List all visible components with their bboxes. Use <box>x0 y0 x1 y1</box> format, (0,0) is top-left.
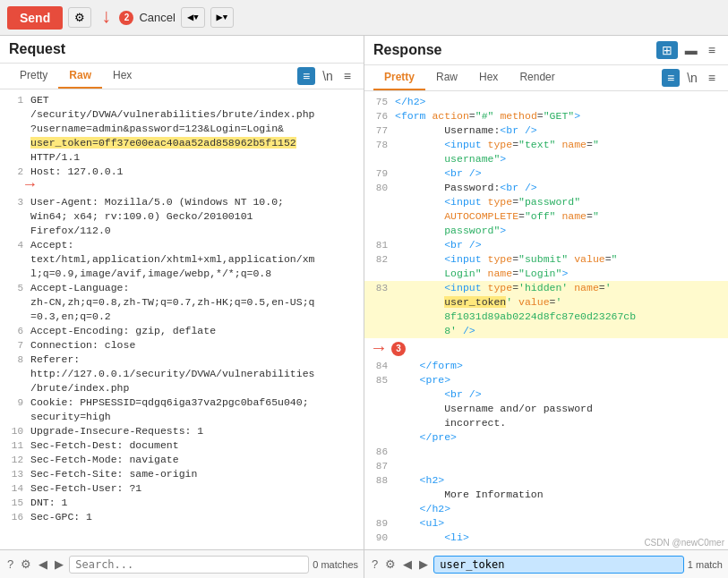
request-line-7: 7 Connection: close <box>0 338 364 353</box>
response-line-76: 76 <form action="#" method="GET"> <box>364 109 728 123</box>
cancel-button[interactable]: Cancel <box>139 11 175 24</box>
chevron-left-icon: ◀ <box>187 11 193 24</box>
response-search-settings-icon[interactable]: ⚙ <box>383 556 398 573</box>
toolbar: Send ⚙ ↓ 2 Cancel ◀ ▼ ▶ ▼ <box>0 0 728 36</box>
request-line-3: 3 User-Agent: Mozilla/5.0 (Windows NT 10… <box>0 195 364 238</box>
tab-response-pretty[interactable]: Pretty <box>373 65 425 90</box>
response-line-77: 77 Username:<br /> <box>364 123 728 138</box>
response-line-82: 82 <input type="submit" value=" Login" n… <box>364 252 728 281</box>
response-view-more-icon[interactable]: ≡ <box>705 41 719 59</box>
request-search-bar: ? ⚙ ◀ ▶ 0 matches <box>0 550 364 578</box>
request-line-11: 11 Sec-Fetch-Dest: document <box>0 438 364 453</box>
request-view-more-icon[interactable]: ≡ <box>340 67 355 85</box>
response-view-lined-icon[interactable]: ≡ <box>662 69 680 87</box>
tab-response-hex[interactable]: Hex <box>468 65 509 90</box>
annotation-badge-3: 3 <box>391 342 406 356</box>
annotation-arrow-2: ↓ <box>100 6 112 29</box>
tab-request-raw[interactable]: Raw <box>58 64 102 89</box>
main-layout: Request Pretty Raw Hex ≡ \n ≡ 1 GET /sec… <box>0 36 728 549</box>
response-panel-title: Response <box>373 42 441 58</box>
request-panel: Request Pretty Raw Hex ≡ \n ≡ 1 GET /sec… <box>0 36 364 549</box>
response-line-75: 75 </h2> <box>364 95 728 109</box>
response-line-78: 78 <input type="text" name=" username"> <box>364 138 728 166</box>
response-search-help-icon[interactable]: ? <box>370 556 380 573</box>
request-tab-icons: ≡ \n ≡ <box>297 67 355 85</box>
request-panel-title: Request <box>9 41 65 57</box>
response-line-83: 83 <input type='hidden' name=' user_toke… <box>364 281 728 338</box>
request-line-16: 16 Sec-GPC: 1 <box>0 510 364 524</box>
request-line-8: 8 Referer: http://127.0.0.1/security/DVW… <box>0 353 364 395</box>
request-search-match-count: 0 matches <box>313 559 358 570</box>
response-search-bar: ? ⚙ ◀ ▶ 1 match <box>364 550 728 578</box>
request-line-2: 2 Host: 127.0.0.1 <box>0 165 364 179</box>
nav-prev-button[interactable]: ◀ ▼ <box>181 7 205 28</box>
request-line-4: 4 Accept: text/html,application/xhtml+xm… <box>0 238 364 281</box>
chevron-right-icon: ▶ <box>217 11 223 24</box>
response-view-wrap-icon[interactable]: \n <box>683 69 701 87</box>
response-search-prev-icon[interactable]: ◀ <box>401 556 414 573</box>
request-line-9: 9 Cookie: PHPSESSID=qdgq6iga37va2pgc0baf… <box>0 395 364 424</box>
response-tabs: Pretty Raw Hex Render ≡ \n ≡ <box>364 65 728 91</box>
tab-response-raw[interactable]: Raw <box>425 65 468 90</box>
chevron-down-icon2[interactable]: ▼ <box>223 13 227 22</box>
annotation-arrow-response: → <box>373 338 384 359</box>
response-line-87: 87 <box>364 459 728 473</box>
request-code-content[interactable]: 1 GET /security/DVWA/vulnerabilities/bru… <box>0 89 364 549</box>
response-tab-icons: ≡ \n ≡ <box>662 69 719 87</box>
request-line-14: 14 Sec-Fetch-User: ?1 <box>0 481 364 496</box>
chevron-down-icon[interactable]: ▼ <box>193 13 198 22</box>
response-line-80: 80 Password:<br /> <input type="password… <box>364 181 728 238</box>
request-line-6: 6 Accept-Encoding: gzip, deflate <box>0 324 364 338</box>
response-line-84: 84 </form> <box>364 359 728 373</box>
response-view-more2-icon[interactable]: ≡ <box>705 69 719 87</box>
response-line-89: 89 <ul> <box>364 516 728 531</box>
response-search-input[interactable] <box>433 556 684 574</box>
response-code-content[interactable]: 75 </h2> 76 <form action="#" method="GET… <box>364 91 728 549</box>
bottom-bar: ? ⚙ ◀ ▶ 0 matches ? ⚙ ◀ ▶ 1 match <box>0 549 728 578</box>
request-panel-header: Request <box>0 36 364 64</box>
watermark: CSDN @newC0mer <box>644 538 724 548</box>
request-line-1: 1 GET /security/DVWA/vulnerabilities/bru… <box>0 93 364 165</box>
request-line-12: 12 Sec-Fetch-Mode: navigate <box>0 453 364 467</box>
response-line-85: 85 <pre> <br /> Username and/or password… <box>364 373 728 445</box>
response-search-match-count: 1 match <box>688 559 723 570</box>
request-search-help-icon[interactable]: ? <box>5 556 15 573</box>
request-search-prev-icon[interactable]: ◀ <box>37 556 49 573</box>
request-view-wrap-icon[interactable]: \n <box>319 67 337 85</box>
tab-request-hex[interactable]: Hex <box>102 64 142 89</box>
settings-icon-button[interactable]: ⚙ <box>68 7 91 28</box>
response-panel: Response ⊞ ▬ ≡ Pretty Raw Hex Render ≡ \… <box>364 36 728 549</box>
response-panel-header: Response ⊞ ▬ ≡ <box>364 36 728 65</box>
request-search-next-icon[interactable]: ▶ <box>53 556 65 573</box>
tab-request-pretty[interactable]: Pretty <box>9 64 58 89</box>
request-line-15: 15 DNT: 1 <box>0 496 364 510</box>
request-search-input[interactable] <box>69 556 309 574</box>
request-view-lined-icon[interactable]: ≡ <box>297 67 315 85</box>
request-line-5: 5 Accept-Language: zh-CN,zh;q=0.8,zh-TW;… <box>0 281 364 324</box>
response-line-81: 81 <br /> <box>364 238 728 252</box>
request-search-settings-icon[interactable]: ⚙ <box>19 556 33 573</box>
request-line-13: 13 Sec-Fetch-Site: same-origin <box>0 467 364 481</box>
nav-next-button[interactable]: ▶ ▼ <box>210 7 235 28</box>
response-line-88: 88 <h2> More Information </h2> <box>364 473 728 516</box>
response-search-next-icon[interactable]: ▶ <box>417 556 430 573</box>
response-view-list-icon[interactable]: ▬ <box>681 41 701 59</box>
response-line-86: 86 <box>364 445 728 459</box>
annotation-badge-2: 2 <box>119 11 133 25</box>
response-line-79: 79 <br /> <box>364 166 728 181</box>
request-tabs: Pretty Raw Hex ≡ \n ≡ <box>0 64 364 89</box>
send-button[interactable]: Send <box>7 6 63 30</box>
tab-response-render[interactable]: Render <box>509 65 565 90</box>
request-line-10: 10 Upgrade-Insecure-Requests: 1 <box>0 424 364 438</box>
annotation-arrow-request: → <box>25 175 35 193</box>
response-view-grid-icon[interactable]: ⊞ <box>656 41 678 59</box>
